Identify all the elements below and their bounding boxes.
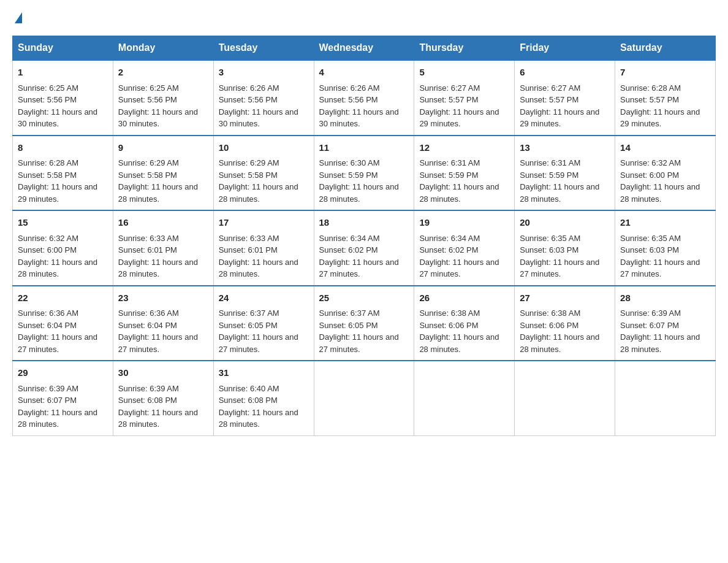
day-number: 15 — [18, 216, 108, 230]
header-cell-saturday: Saturday — [615, 36, 716, 61]
day-sunrise: Sunrise: 6:36 AM — [118, 307, 208, 320]
day-number: 1 — [18, 66, 108, 80]
day-number: 10 — [219, 141, 309, 155]
day-sunset: Sunset: 5:56 PM — [219, 94, 309, 106]
header-cell-monday: Monday — [113, 36, 213, 61]
day-sunrise: Sunrise: 6:31 AM — [520, 157, 610, 169]
day-sunset: Sunset: 6:00 PM — [620, 169, 710, 182]
day-sunset: Sunset: 6:06 PM — [520, 320, 610, 332]
day-cell: 28 Sunrise: 6:39 AM Sunset: 6:07 PM Dayl… — [615, 286, 716, 361]
day-cell: 21 Sunrise: 6:35 AM Sunset: 6:03 PM Dayl… — [615, 210, 716, 286]
day-sunrise: Sunrise: 6:34 AM — [319, 232, 409, 245]
day-sunset: Sunset: 6:08 PM — [219, 394, 309, 407]
day-sunrise: Sunrise: 6:29 AM — [219, 157, 309, 169]
day-daylight: Daylight: 11 hours and 28 minutes. — [219, 256, 309, 280]
day-number: 19 — [419, 216, 509, 230]
day-sunrise: Sunrise: 6:35 AM — [520, 232, 610, 245]
day-sunset: Sunset: 5:56 PM — [18, 94, 108, 106]
day-daylight: Daylight: 11 hours and 27 minutes. — [520, 256, 610, 280]
day-sunrise: Sunrise: 6:29 AM — [118, 157, 208, 169]
day-number: 6 — [520, 66, 610, 80]
day-daylight: Daylight: 11 hours and 28 minutes. — [520, 181, 610, 205]
calendar-table: SundayMondayTuesdayWednesdayThursdayFrid… — [12, 36, 716, 436]
day-sunrise: Sunrise: 6:31 AM — [419, 157, 509, 169]
day-sunrise: Sunrise: 6:33 AM — [118, 232, 208, 245]
day-daylight: Daylight: 11 hours and 27 minutes. — [319, 331, 409, 355]
day-daylight: Daylight: 11 hours and 30 minutes. — [319, 106, 409, 130]
day-number: 31 — [219, 366, 309, 380]
header-cell-wednesday: Wednesday — [314, 36, 414, 61]
day-sunset: Sunset: 6:05 PM — [219, 320, 309, 332]
day-number: 17 — [219, 216, 309, 230]
day-daylight: Daylight: 11 hours and 27 minutes. — [620, 256, 710, 280]
day-cell: 23 Sunrise: 6:36 AM Sunset: 6:04 PM Dayl… — [113, 286, 213, 361]
day-sunset: Sunset: 6:04 PM — [18, 320, 108, 332]
day-sunset: Sunset: 6:05 PM — [319, 320, 409, 332]
day-daylight: Daylight: 11 hours and 29 minutes. — [419, 106, 509, 130]
day-sunrise: Sunrise: 6:39 AM — [18, 383, 108, 395]
day-sunrise: Sunrise: 6:33 AM — [219, 232, 309, 245]
day-number: 13 — [520, 141, 610, 155]
day-sunset: Sunset: 6:02 PM — [419, 244, 509, 256]
week-row-3: 15 Sunrise: 6:32 AM Sunset: 6:00 PM Dayl… — [13, 210, 716, 286]
day-number: 14 — [620, 141, 710, 155]
day-sunset: Sunset: 5:58 PM — [18, 169, 108, 182]
day-daylight: Daylight: 11 hours and 28 minutes. — [18, 407, 108, 431]
day-daylight: Daylight: 11 hours and 27 minutes. — [118, 331, 208, 355]
day-number: 5 — [419, 66, 509, 80]
header-cell-tuesday: Tuesday — [213, 36, 314, 61]
day-cell: 30 Sunrise: 6:39 AM Sunset: 6:08 PM Dayl… — [113, 361, 213, 435]
day-sunrise: Sunrise: 6:38 AM — [419, 307, 509, 320]
day-number: 28 — [620, 291, 710, 305]
day-daylight: Daylight: 11 hours and 27 minutes. — [419, 256, 509, 280]
day-cell: 4 Sunrise: 6:26 AM Sunset: 5:56 PM Dayli… — [314, 60, 414, 136]
calendar-header: SundayMondayTuesdayWednesdayThursdayFrid… — [13, 36, 716, 61]
logo-triangle-icon — [15, 12, 22, 23]
day-daylight: Daylight: 11 hours and 28 minutes. — [319, 181, 409, 205]
day-number: 24 — [219, 291, 309, 305]
day-cell: 10 Sunrise: 6:29 AM Sunset: 5:58 PM Dayl… — [213, 136, 314, 211]
day-cell: 7 Sunrise: 6:28 AM Sunset: 5:57 PM Dayli… — [615, 60, 716, 136]
day-cell: 25 Sunrise: 6:37 AM Sunset: 6:05 PM Dayl… — [314, 286, 414, 361]
day-sunset: Sunset: 5:57 PM — [419, 94, 509, 106]
day-sunrise: Sunrise: 6:37 AM — [219, 307, 309, 320]
day-sunrise: Sunrise: 6:39 AM — [118, 383, 208, 395]
day-sunset: Sunset: 6:06 PM — [419, 320, 509, 332]
day-number: 2 — [118, 66, 208, 80]
day-cell: 11 Sunrise: 6:30 AM Sunset: 5:59 PM Dayl… — [314, 136, 414, 211]
week-row-1: 1 Sunrise: 6:25 AM Sunset: 5:56 PM Dayli… — [13, 60, 716, 136]
day-daylight: Daylight: 11 hours and 27 minutes. — [319, 256, 409, 280]
day-sunrise: Sunrise: 6:27 AM — [419, 82, 509, 94]
day-cell: 26 Sunrise: 6:38 AM Sunset: 6:06 PM Dayl… — [414, 286, 515, 361]
day-sunrise: Sunrise: 6:28 AM — [620, 82, 710, 94]
day-daylight: Daylight: 11 hours and 28 minutes. — [118, 256, 208, 280]
day-number: 30 — [118, 366, 208, 380]
day-daylight: Daylight: 11 hours and 28 minutes. — [219, 181, 309, 205]
day-sunrise: Sunrise: 6:32 AM — [620, 157, 710, 169]
day-sunset: Sunset: 6:04 PM — [118, 320, 208, 332]
week-row-4: 22 Sunrise: 6:36 AM Sunset: 6:04 PM Dayl… — [13, 286, 716, 361]
header-cell-sunday: Sunday — [13, 36, 113, 61]
day-number: 26 — [419, 291, 509, 305]
header-cell-thursday: Thursday — [414, 36, 515, 61]
day-sunset: Sunset: 5:58 PM — [118, 169, 208, 182]
day-cell: 22 Sunrise: 6:36 AM Sunset: 6:04 PM Dayl… — [13, 286, 113, 361]
day-cell: 20 Sunrise: 6:35 AM Sunset: 6:03 PM Dayl… — [515, 210, 615, 286]
day-sunrise: Sunrise: 6:26 AM — [219, 82, 309, 94]
day-daylight: Daylight: 11 hours and 28 minutes. — [620, 331, 710, 355]
day-cell: 13 Sunrise: 6:31 AM Sunset: 5:59 PM Dayl… — [515, 136, 615, 211]
day-sunrise: Sunrise: 6:40 AM — [219, 383, 309, 395]
day-sunrise: Sunrise: 6:36 AM — [18, 307, 108, 320]
day-sunset: Sunset: 5:56 PM — [118, 94, 208, 106]
day-sunrise: Sunrise: 6:32 AM — [18, 232, 108, 245]
day-number: 23 — [118, 291, 208, 305]
day-cell: 6 Sunrise: 6:27 AM Sunset: 5:57 PM Dayli… — [515, 60, 615, 136]
day-sunrise: Sunrise: 6:25 AM — [118, 82, 208, 94]
day-number: 9 — [118, 141, 208, 155]
day-number: 12 — [419, 141, 509, 155]
day-sunset: Sunset: 5:58 PM — [219, 169, 309, 182]
day-sunset: Sunset: 5:57 PM — [520, 94, 610, 106]
day-sunrise: Sunrise: 6:25 AM — [18, 82, 108, 94]
day-daylight: Daylight: 11 hours and 28 minutes. — [118, 407, 208, 431]
day-daylight: Daylight: 11 hours and 28 minutes. — [18, 256, 108, 280]
